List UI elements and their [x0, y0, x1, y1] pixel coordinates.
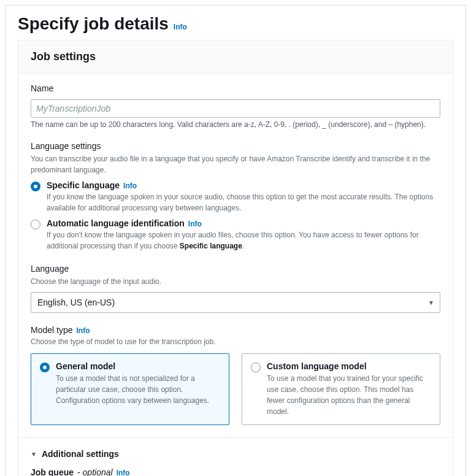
radio-auto-label: Automatic language identification — [47, 218, 185, 228]
additional-settings-label: Additional settings — [42, 449, 119, 459]
radio-specific-language[interactable]: Specific language Info If you know the l… — [31, 180, 440, 213]
language-selected-value: English, US (en-US) — [37, 298, 115, 307]
radio-auto-desc: If you don't know the language spoken in… — [47, 229, 440, 251]
language-field: Language Choose the language of the inpu… — [31, 264, 440, 313]
radio-icon[interactable] — [251, 363, 261, 372]
name-helper: The name can be up to 200 characters lon… — [31, 120, 440, 129]
radio-auto-info-link[interactable]: Info — [188, 220, 202, 228]
job-queue-label: Job queue — [31, 467, 74, 476]
job-settings-panel: Job settings Name The name can be up to … — [18, 40, 453, 476]
radio-icon[interactable] — [31, 182, 40, 191]
language-settings-label: Language settings — [31, 141, 440, 151]
model-type-info-link[interactable]: Info — [76, 326, 90, 335]
tile-custom-label: Custom language model — [267, 361, 431, 371]
model-type-label: Model type — [31, 325, 72, 335]
model-type-tiles: General model To use a model that is not… — [31, 353, 440, 425]
page-header: Specify job details Info — [6, 6, 465, 40]
tile-general-model[interactable]: General model To use a model that is not… — [31, 353, 229, 425]
name-field: Name The name can be up to 200 character… — [31, 83, 440, 129]
panel-body: Name The name can be up to 200 character… — [18, 74, 453, 476]
job-queue-field: Job queue - optional Info Enables you to… — [31, 467, 440, 476]
radio-auto-language[interactable]: Automatic language identification Info I… — [31, 218, 440, 251]
tile-general-label: General model — [56, 361, 220, 371]
tile-general-desc: To use a model that is not specialized f… — [56, 373, 220, 406]
radio-specific-desc: If you know the language spoken in your … — [47, 191, 440, 213]
radio-icon[interactable] — [31, 220, 40, 229]
page-title: Specify job details — [18, 14, 169, 34]
language-settings-helper: You can transcribe your audio file in a … — [31, 153, 440, 175]
page-info-link[interactable]: Info — [174, 23, 187, 31]
language-select[interactable]: English, US (en-US) ▼ — [31, 292, 440, 313]
name-label: Name — [31, 83, 440, 93]
chevron-down-icon: ▼ — [428, 299, 434, 306]
tile-custom-model[interactable]: Custom language model To use a model tha… — [242, 353, 440, 425]
model-type-field: Model type Info Choose the type of model… — [31, 325, 440, 425]
language-helper: Choose the language of the input audio. — [31, 276, 440, 287]
model-type-helper: Choose the type of model to use for the … — [31, 336, 440, 347]
radio-specific-info-link[interactable]: Info — [123, 182, 137, 190]
radio-specific-label: Specific language — [47, 180, 120, 190]
language-settings-field: Language settings You can transcribe you… — [31, 141, 440, 251]
panel-header: Job settings — [18, 40, 453, 74]
additional-settings-toggle[interactable]: ▼ Additional settings — [31, 449, 440, 459]
panel-title: Job settings — [31, 50, 440, 63]
chevron-down-icon: ▼ — [31, 451, 37, 458]
name-input[interactable] — [31, 99, 440, 118]
language-label: Language — [31, 264, 440, 274]
divider — [18, 437, 453, 438]
job-queue-info-link[interactable]: Info — [117, 469, 130, 476]
page-container: Specify job details Info Job settings Na… — [5, 5, 466, 476]
radio-icon[interactable] — [40, 363, 50, 372]
tile-custom-desc: To use a model that you trained for your… — [267, 373, 431, 417]
